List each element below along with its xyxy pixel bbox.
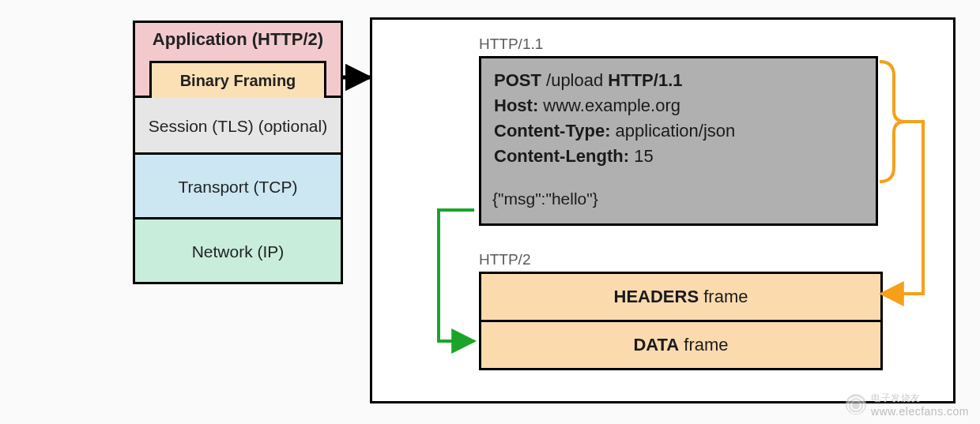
http11-label: HTTP/1.1	[479, 36, 543, 53]
protocol-stack: Application (HTTP/2) Binary Framing Sess…	[133, 21, 343, 284]
headers-frame: HEADERS frame	[481, 274, 880, 320]
content-type-line: Content-Type: application/json	[494, 118, 863, 144]
watermark: 电子发烧友 www.elecfans.com	[846, 391, 969, 418]
watermark-url: www.elecfans.com	[871, 405, 969, 418]
request-body: {"msg":"hello"}	[492, 187, 598, 211]
detail-panel: HTTP/1.1 POST /upload HTTP/1.1 Host: www…	[370, 17, 956, 403]
layer-application-title: Application (HTTP/2)	[141, 29, 334, 50]
request-line: POST /upload HTTP/1.1	[494, 68, 863, 93]
layer-session: Session (TLS) (optional)	[135, 96, 341, 152]
host-line: Host: www.example.org	[494, 93, 863, 118]
data-frame: DATA frame	[481, 320, 880, 368]
content-length-line: Content-Length: 15	[494, 144, 863, 169]
http11-request-box: POST /upload HTTP/1.1 Host: www.example.…	[479, 56, 878, 226]
layer-application: Application (HTTP/2) Binary Framing	[135, 23, 341, 96]
watermark-cn: 电子发烧友	[871, 392, 921, 403]
binary-framing-box: Binary Framing	[149, 61, 326, 98]
layer-network: Network (IP)	[135, 217, 341, 282]
watermark-icon	[846, 394, 866, 415]
http2-label: HTTP/2	[479, 251, 530, 268]
layer-transport: Transport (TCP)	[135, 152, 341, 217]
http2-frame-stack: HEADERS frame DATA frame	[479, 272, 883, 370]
